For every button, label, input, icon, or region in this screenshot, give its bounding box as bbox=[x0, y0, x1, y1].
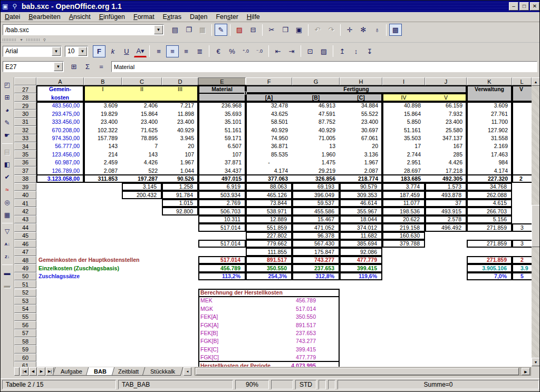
cell-G45[interactable]: 96.378 bbox=[292, 232, 340, 240]
cell-E49[interactable]: 456.789 bbox=[198, 264, 246, 272]
cell-F50[interactable]: 254,3% bbox=[246, 272, 292, 280]
ungroup-icon[interactable]: ▬ bbox=[1, 280, 13, 291]
row-header-56[interactable]: 56 bbox=[14, 321, 36, 329]
cell-C39[interactable]: 3.145 bbox=[122, 183, 162, 191]
print-icon[interactable]: ⊟ bbox=[247, 24, 259, 36]
cell-E54[interactable]: 517.014 bbox=[198, 305, 340, 312]
cell-K50[interactable]: 7,0% bbox=[467, 272, 512, 280]
borders-icon[interactable]: ⊡ bbox=[304, 45, 316, 57]
scroll-right-icon[interactable]: ▶ bbox=[522, 368, 530, 375]
cell-I40[interactable]: 187.459 bbox=[382, 191, 425, 199]
formula-input[interactable]: Material bbox=[111, 61, 537, 72]
cell-H35[interactable]: 3.136 bbox=[340, 150, 382, 158]
cell-A27[interactable]: Gemein- bbox=[36, 85, 84, 93]
cell-K44[interactable]: 271.859 bbox=[467, 223, 512, 231]
cell-F46[interactable]: 779.662 bbox=[246, 240, 292, 248]
column-header-L[interactable]: L bbox=[512, 77, 532, 85]
cell-C35[interactable]: 143 bbox=[122, 150, 162, 158]
italic-button[interactable]: k bbox=[107, 45, 119, 57]
menu-item-daten[interactable]: Daten bbox=[186, 13, 211, 21]
cell-G37[interactable]: 29.219 bbox=[292, 166, 340, 174]
row-header-43[interactable]: 43 bbox=[14, 215, 36, 223]
cell-F41[interactable]: 73.844 bbox=[246, 199, 292, 207]
sum-panel[interactable]: Summe=0 bbox=[338, 380, 539, 389]
cell-E29[interactable]: 236.968 bbox=[198, 102, 246, 110]
cell-D34[interactable]: 20 bbox=[162, 142, 198, 150]
cell-F40[interactable]: 465.126 bbox=[246, 191, 292, 199]
menu-item-datei[interactable]: Datei bbox=[1, 13, 24, 21]
cell-J35[interactable]: 285 bbox=[425, 150, 467, 158]
cell-K27[interactable]: Verwaltung bbox=[467, 85, 512, 93]
cell-I32[interactable]: 51.161 bbox=[382, 126, 425, 134]
cell-G33[interactable]: 71.005 bbox=[292, 134, 340, 142]
row-header-41[interactable]: 41 bbox=[14, 199, 36, 207]
cell-F38[interactable]: 377.063 bbox=[246, 175, 292, 183]
row-header-27[interactable]: 27 bbox=[14, 85, 36, 93]
cell-E30[interactable]: 35.693 bbox=[198, 110, 246, 117]
cell-I38[interactable]: 183.685 bbox=[382, 175, 425, 183]
cell-J29[interactable]: 66.159 bbox=[425, 102, 467, 110]
redo-icon[interactable]: ↷ bbox=[325, 24, 338, 36]
cell-C31[interactable]: 23.400 bbox=[122, 118, 162, 126]
cell-B32[interactable]: 102.322 bbox=[84, 126, 122, 134]
cell-J40[interactable]: 493.878 bbox=[425, 191, 467, 199]
cell-E48[interactable]: 517.014 bbox=[198, 256, 246, 264]
vertical-scrollbar[interactable]: ▲ ▼ bbox=[532, 77, 540, 367]
cell-L50[interactable]: 5 bbox=[512, 272, 532, 280]
cell-G34[interactable]: 13 bbox=[292, 142, 340, 150]
cut-icon[interactable]: ✂ bbox=[265, 24, 278, 36]
data-sources-icon[interactable]: ▦ bbox=[1, 209, 13, 221]
cell-K40[interactable]: 262.088 bbox=[467, 191, 512, 199]
cell-K29[interactable]: 3.609 bbox=[467, 102, 512, 110]
close-button[interactable]: ✕ bbox=[530, 2, 539, 11]
column-header-H[interactable]: H bbox=[340, 77, 382, 85]
column-header-D[interactable]: D bbox=[162, 77, 198, 85]
cell-J31[interactable]: 23.400 bbox=[425, 118, 467, 126]
row-header-47[interactable]: 47 bbox=[14, 248, 36, 256]
first-sheet-button[interactable]: |◀ bbox=[21, 367, 28, 376]
cell-K39[interactable]: 34.768 bbox=[467, 183, 512, 191]
cell-I29[interactable]: 40.898 bbox=[382, 102, 425, 110]
cell-I34[interactable]: 17 bbox=[382, 142, 425, 150]
cell-I44[interactable]: 219.158 bbox=[382, 223, 425, 231]
row-header-59[interactable]: 59 bbox=[14, 345, 36, 353]
cell-cursor-handle[interactable] bbox=[244, 92, 247, 94]
sort-ascending-icon[interactable]: A↓ bbox=[1, 238, 13, 250]
cell-G35[interactable]: 1.960 bbox=[292, 150, 340, 158]
insert-cells-icon[interactable]: ⊞ bbox=[1, 92, 13, 103]
insert-row-icon[interactable]: ▤ bbox=[1, 146, 13, 158]
cell-G28[interactable]: [B] bbox=[292, 93, 340, 101]
cell-A32[interactable]: 670.208,00 bbox=[36, 126, 84, 134]
cell-G31[interactable]: 87.752 bbox=[292, 118, 340, 126]
cell-G49[interactable]: 237.653 bbox=[292, 264, 340, 272]
menu-item-hilfe[interactable]: Hilfe bbox=[243, 13, 264, 21]
url-combobox[interactable]: /bab.sxc ▼ bbox=[3, 24, 164, 35]
cell-D32[interactable]: 40.929 bbox=[162, 126, 198, 134]
cell-K32[interactable]: 127.902 bbox=[467, 126, 512, 134]
cell-E44[interactable]: 517.014 bbox=[198, 223, 246, 231]
insert-mode-panel[interactable]: STD bbox=[295, 380, 316, 389]
cell-G47[interactable]: 175.847 bbox=[292, 248, 340, 256]
cell-F42[interactable]: 538.971 bbox=[246, 207, 292, 215]
cell-K41[interactable]: 4.615 bbox=[467, 199, 512, 207]
column-header-K[interactable]: K bbox=[467, 77, 512, 85]
window-icon[interactable]: ▣ bbox=[1, 3, 10, 10]
align-center-icon[interactable]: ≡ bbox=[166, 45, 179, 57]
cell-D29[interactable]: 7.217 bbox=[162, 102, 198, 110]
cell-C36[interactable]: 4.426 bbox=[122, 159, 162, 166]
cell-L46[interactable]: 3 bbox=[512, 240, 532, 248]
row-header-58[interactable]: 58 bbox=[14, 337, 36, 345]
cell-F37[interactable]: 4.174 bbox=[246, 166, 292, 174]
cell-H30[interactable]: 55.522 bbox=[340, 110, 382, 117]
cell-H46[interactable]: 385.694 bbox=[340, 240, 382, 248]
cell-F29[interactable]: 32.478 bbox=[246, 102, 292, 110]
cell-J43[interactable]: 2.578 bbox=[425, 215, 467, 223]
cell-J38[interactable]: 492.305 bbox=[425, 175, 467, 183]
function-autopilot-icon[interactable]: ⊞ bbox=[68, 61, 80, 73]
selection-mode-panel[interactable] bbox=[271, 380, 293, 389]
hyperlink-bar-collapsed[interactable]: ▼ ⚲ bbox=[1, 37, 540, 43]
autoformat-icon[interactable]: ◧ bbox=[1, 159, 13, 170]
underline-button[interactable]: U bbox=[120, 45, 133, 57]
cell-J39[interactable]: 1.573 bbox=[425, 183, 467, 191]
cell-K46[interactable]: 271.859 bbox=[467, 240, 512, 248]
